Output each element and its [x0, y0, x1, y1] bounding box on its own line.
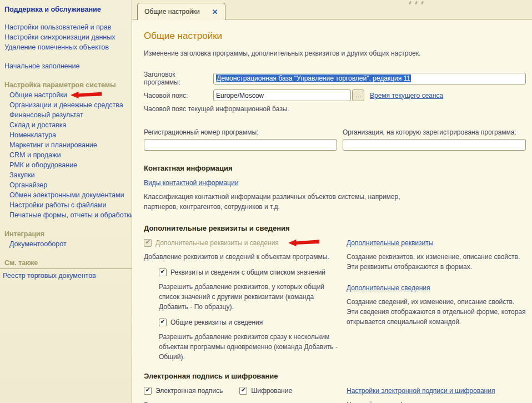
sidebar-item-trade-registry[interactable]: Реестр торговых документов — [0, 271, 132, 281]
sidebar: Поддержка и обслуживание Настройки польз… — [0, 0, 132, 403]
session-time-link[interactable]: Время текущего сеанса — [370, 92, 443, 99]
page-title: Общие настройки — [144, 31, 526, 42]
org-label: Организация, на которую зарегистрирована… — [343, 128, 526, 136]
sidebar-item-purchases[interactable]: Закупки — [0, 170, 132, 180]
sidebar-item-organizer[interactable]: Органайзер — [0, 180, 132, 190]
sidebar-item-nomenclature[interactable]: Номенклатура — [0, 130, 132, 140]
additional-section-header: Дополнительные реквизиты и сведения — [144, 224, 526, 232]
common-list-checkbox[interactable]: ✔ — [159, 268, 167, 276]
common-list-hint: Разрешить добавление реквизитов, у котор… — [159, 282, 341, 312]
sidebar-header-integration: Интеграция — [0, 229, 132, 239]
timezone-label: Часовой пояс: — [144, 92, 213, 99]
sidebar-item-sync-settings[interactable]: Настройки синхронизации данных — [0, 32, 132, 42]
sidebar-header-see-also: См. также — [0, 258, 132, 269]
checkmark-icon: ✔ — [145, 387, 150, 393]
sidebar-item-warehouse[interactable]: Склад и доставка — [0, 120, 132, 130]
shared-attrs-checkbox-label: Общие реквизиты и сведения — [170, 319, 263, 326]
contact-kinds-link[interactable]: Виды контактной информации — [144, 179, 238, 187]
sidebar-item-user-settings[interactable]: Настройки пользователей и прав — [0, 22, 132, 32]
additional-attrs-hint: Добавление реквизитов и сведений к объек… — [144, 252, 341, 262]
sidebar-item-deletion[interactable]: Удаление помеченных объектов — [0, 42, 132, 52]
reg-number-label: Регистрационный номер программы: — [144, 128, 337, 136]
org-input[interactable] — [343, 139, 526, 151]
sidebar-item-file-settings[interactable]: Настройки работы с файлами — [0, 200, 132, 210]
sidebar-header-system: Настройка параметров системы — [0, 80, 132, 90]
page-subtitle: Изменение заголовка программы, дополните… — [144, 49, 526, 57]
splitter-grip-icon — [409, 1, 423, 4]
shared-attrs-checkbox[interactable]: ✔ — [159, 319, 167, 326]
reg-number-input[interactable] — [144, 139, 337, 151]
contact-section-header: Контактная информация — [144, 164, 526, 172]
red-arrow-icon — [288, 239, 320, 247]
signature-settings-link[interactable]: Настройки электронной подписи и шифрован… — [347, 387, 495, 395]
general-form: Заголовок программы: Демонстрационная ба… — [144, 71, 526, 151]
sidebar-item-rmk[interactable]: РМК и оборудование — [0, 160, 132, 170]
signature-right-hint: Настройка сертификатов и программ, испол… — [347, 400, 526, 403]
checkmark-icon: ✔ — [241, 387, 246, 393]
additional-attributes-link[interactable]: Дополнительные реквизиты — [347, 239, 433, 247]
sidebar-item-organizations[interactable]: Организации и денежные средства — [0, 100, 132, 110]
sidebar-item-marketing[interactable]: Маркетинг и планирование — [0, 140, 132, 150]
checkmark-icon: ✔ — [160, 268, 165, 275]
additional-attrs-checkbox: ✔ — [144, 239, 152, 247]
sidebar-header-support: Поддержка и обслуживание — [0, 4, 132, 14]
app-title-input[interactable]: Демонстрационная база "Управление торгов… — [213, 73, 526, 84]
sidebar-item-general-settings-label: Общие настройки — [9, 91, 67, 99]
sidebar-item-docflow[interactable]: Документооборот — [0, 239, 132, 249]
checkmark-icon: ✔ — [145, 239, 150, 245]
additional-info-description: Создание сведений, их изменение, описани… — [347, 297, 526, 327]
encryption-checkbox[interactable]: ✔ — [239, 387, 247, 395]
sidebar-item-edi[interactable]: Обмен электронными документами — [0, 190, 132, 200]
tab-general-settings[interactable]: Общие настройки ✕ — [137, 3, 225, 20]
timezone-browse-button[interactable]: … — [352, 89, 364, 101]
shared-attrs-hint: Разрешить добавление реквизитов сразу к … — [159, 332, 341, 362]
sidebar-item-financial-result[interactable]: Финансовый результат — [0, 110, 132, 120]
sidebar-item-initial-fill[interactable]: Начальное заполнение — [0, 61, 132, 71]
timezone-input[interactable] — [213, 89, 351, 101]
app-title-label: Заголовок программы: — [144, 71, 213, 86]
tab-bar: Общие настройки ✕ — [132, 0, 532, 19]
page-content: Общие настройки Изменение заголовка прог… — [132, 19, 532, 403]
sidebar-item-crm[interactable]: CRM и продажи — [0, 150, 132, 160]
signature-checkbox-label: Электронная подпись — [155, 387, 223, 395]
main-panel: Общие настройки ✕ Общие настройки Измене… — [132, 0, 532, 403]
encryption-checkbox-label: Шифрование — [251, 387, 292, 395]
signature-section-header: Электронная подпись и шифрование — [144, 372, 526, 380]
signature-left-hint: Разрешить подписание данных для гарантии… — [144, 400, 341, 403]
additional-attributes-description: Создание реквизитов, их изменение, описа… — [347, 252, 526, 272]
tab-close-icon[interactable]: ✕ — [212, 8, 218, 16]
red-arrow-icon — [71, 91, 103, 99]
tab-label: Общие настройки — [144, 8, 200, 16]
common-list-checkbox-label: Реквизиты и сведения с общим списком зна… — [170, 268, 325, 276]
checkmark-icon: ✔ — [160, 319, 165, 325]
contact-description: Классификация контактной информации разл… — [144, 192, 410, 212]
signature-checkbox[interactable]: ✔ — [144, 387, 152, 395]
timezone-hint: Часовой пояс текущей информационной базы… — [144, 105, 526, 114]
sidebar-item-print-forms[interactable]: Печатные формы, отчеты и обработки — [0, 210, 132, 220]
app-title-selected-text: Демонстрационная база "Управление торгов… — [216, 74, 411, 82]
additional-info-link[interactable]: Дополнительные сведения — [347, 284, 430, 292]
additional-attrs-checkbox-label: Дополнительные реквизиты и сведения — [155, 239, 279, 247]
sidebar-item-general-settings[interactable]: Общие настройки — [0, 90, 132, 100]
